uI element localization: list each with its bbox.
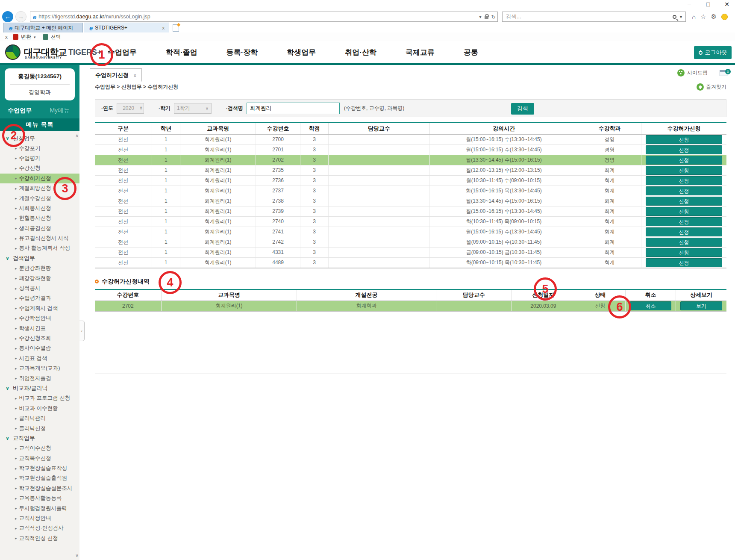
cancel-button[interactable]: 취소: [630, 301, 671, 310]
sidebar-tab-mymenu[interactable]: My메뉴: [40, 107, 80, 115]
sidebar-item-학교현장실습설문조사[interactable]: ▸학교현장실습설문조사: [0, 483, 79, 493]
search-icon[interactable]: [673, 15, 676, 19]
smiley-addon-icon[interactable]: [721, 14, 728, 20]
sidebar-item-클리닉관리[interactable]: ▸클리닉관리: [0, 413, 79, 423]
main-nav-item-학생업무[interactable]: 학생업무: [287, 47, 316, 57]
semester-select[interactable]: 1학기 ∨: [174, 103, 212, 114]
sidebar-item-교직적인성 신청[interactable]: ▸교직적인성 신청: [0, 533, 79, 543]
autocomplete-dropdown-icon[interactable]: ▾: [479, 15, 481, 19]
browser-tab-stdtigers[interactable]: e STDTIGERS+ x: [84, 23, 169, 32]
close-all-tabs-button[interactable]: x: [720, 70, 728, 76]
doc-tab-course-permission[interactable]: 수업허가신청 x: [90, 68, 142, 82]
addon-select-button[interactable]: 선택: [51, 33, 61, 41]
sidebar-item-수업계획서 검색[interactable]: ▸수업계획서 검색: [0, 304, 79, 313]
window-maximize-button[interactable]: □: [704, 1, 712, 8]
logout-button[interactable]: 로그아웃: [694, 46, 732, 59]
sidebar-item-교직복수신청[interactable]: ▸교직복수신청: [0, 454, 79, 463]
window-minimize-button[interactable]: –: [685, 1, 693, 8]
sidebar-item-봉사 활동계획서 작성[interactable]: ▸봉사 활동계획서 작성: [0, 243, 79, 253]
sidebar-item-교과목개요(교과)[interactable]: ▸교과목개요(교과): [0, 363, 79, 373]
apply-button[interactable]: 신청: [646, 207, 722, 216]
sidebar-item-폐강강좌현황[interactable]: ▸폐강강좌현황: [0, 273, 79, 283]
new-tab-button[interactable]: [173, 24, 179, 32]
sidebar-item-수업평가[interactable]: ▸수업평가: [0, 153, 79, 163]
main-nav-item-공통[interactable]: 공통: [464, 47, 478, 57]
sidebar-item-수강신청[interactable]: ▸수강신청: [0, 163, 79, 173]
apply-button[interactable]: 신청: [646, 166, 722, 175]
sidebar-item-비교과 이수현황[interactable]: ▸비교과 이수현황: [0, 404, 79, 413]
gear-icon[interactable]: ⚙: [711, 13, 717, 21]
main-nav-item-취업·산학[interactable]: 취업·산학: [345, 47, 376, 57]
scroll-down-icon[interactable]: ∨: [75, 553, 79, 558]
apply-button[interactable]: 신청: [646, 145, 722, 154]
sidebar-item-취업전자출결[interactable]: ▸취업전자출결: [0, 373, 79, 383]
browser-tab-main-page[interactable]: e 대구대학교 + 메인 페이지: [3, 23, 83, 32]
sidebar-item-유고결석신청서 서식[interactable]: ▸유고결석신청서 서식: [0, 233, 79, 243]
sidebar-tab-work[interactable]: 수업업무: [0, 107, 40, 115]
apply-button[interactable]: 신청: [646, 156, 722, 165]
browser-search-input[interactable]: 검색... ▾: [502, 12, 686, 22]
search-dropdown-icon[interactable]: ▾: [680, 15, 682, 19]
apply-button[interactable]: 신청: [646, 135, 722, 144]
home-icon[interactable]: ⌂: [692, 13, 696, 21]
apply-button[interactable]: 신청: [646, 248, 722, 257]
spin-down-icon[interactable]: ▼: [140, 108, 142, 110]
cell-type: 전선: [95, 165, 152, 175]
view-button[interactable]: 보기: [680, 301, 722, 310]
tab-close-icon[interactable]: x: [162, 25, 165, 30]
sidebar-collapse-handle[interactable]: ‹: [79, 321, 85, 341]
sidebar-group-검색업무[interactable]: ∨검색업무: [0, 253, 79, 263]
apply-button[interactable]: 신청: [646, 258, 722, 267]
apply-button[interactable]: 신청: [646, 217, 722, 226]
sidebar-item-교육봉사활동등록[interactable]: ▸교육봉사활동등록: [0, 493, 79, 503]
apply-button[interactable]: 신청: [646, 176, 722, 185]
sidebar-item-교직사정안내[interactable]: ▸교직사정안내: [0, 513, 79, 523]
address-bar[interactable]: e https://tigersstd.daegu.ac.kr/nxrun/ss…: [30, 12, 498, 22]
main-nav-item-국제교류[interactable]: 국제교류: [406, 47, 435, 57]
sidebar-item-성적공시[interactable]: ▸성적공시: [0, 283, 79, 293]
sidebar-item-교직적성·인성검사[interactable]: ▸교직적성·인성검사: [0, 523, 79, 533]
sidebar-item-분반강좌현황[interactable]: ▸분반강좌현황: [0, 263, 79, 273]
main-nav-item-학적·졸업[interactable]: 학적·졸업: [166, 47, 197, 57]
convert-dropdown-icon[interactable]: ▾: [34, 35, 36, 39]
pdf-convert-icon: [13, 34, 18, 40]
addon-convert-button[interactable]: 변환: [21, 33, 31, 41]
sidebar-item-봉사이수열람[interactable]: ▸봉사이수열람: [0, 343, 79, 353]
sidebar-item-학교현장실습표작성[interactable]: ▸학교현장실습표작성: [0, 463, 79, 473]
add-favorite-link[interactable]: 즐겨찾기: [697, 83, 728, 91]
cell-type: 전선: [95, 216, 152, 227]
sidebar-item-비교과 프로그램 신청[interactable]: ▸비교과 프로그램 신청: [0, 393, 79, 403]
apply-button[interactable]: 신청: [646, 197, 722, 206]
sidebar-item-교직이수신청[interactable]: ▸교직이수신청: [0, 443, 79, 453]
addon-close-button[interactable]: x: [5, 34, 8, 40]
favorites-star-icon[interactable]: ☆: [700, 13, 706, 21]
doc-tab-close-icon[interactable]: x: [134, 73, 136, 78]
keyword-input[interactable]: [247, 103, 340, 114]
sidebar-item-헌혈봉사신청[interactable]: ▸헌혈봉사신청: [0, 213, 79, 223]
sidebar-item-무시험검정원서출력[interactable]: ▸무시험검정원서출력: [0, 503, 79, 513]
search-button[interactable]: 검색: [511, 103, 534, 115]
apply-button[interactable]: 신청: [646, 227, 722, 236]
sidebar-item-시간표 검색[interactable]: ▸시간표 검색: [0, 354, 79, 363]
sidebar-item-학생시간표[interactable]: ▸학생시간표: [0, 323, 79, 333]
main-nav-item-등록·장학[interactable]: 등록·장학: [226, 47, 258, 57]
sidebar-group-비교과/클리닉[interactable]: ∨비교과/클리닉: [0, 383, 79, 393]
sidebar-item-클리닉신청[interactable]: ▸클리닉신청: [0, 423, 79, 433]
sidebar-item-사회봉사신청[interactable]: ▸사회봉사신청: [0, 203, 79, 213]
sidebar-item-수강신청조회[interactable]: ▸수강신청조회: [0, 333, 79, 343]
apply-button[interactable]: 신청: [646, 186, 722, 195]
sidebar-item-수업평가결과[interactable]: ▸수업평가결과: [0, 293, 79, 303]
sidebar-item-수강학점안내[interactable]: ▸수강학점안내: [0, 313, 79, 323]
forward-button[interactable]: →: [15, 11, 26, 22]
sidebar-item-생리공결신청[interactable]: ▸생리공결신청: [0, 224, 79, 233]
scroll-up-icon[interactable]: ∧: [75, 133, 79, 139]
year-spinner[interactable]: 2020 ▲▼: [117, 103, 144, 114]
sitemap-link[interactable]: 사이트맵: [677, 69, 708, 77]
refresh-icon[interactable]: ↻: [491, 14, 496, 20]
window-close-button[interactable]: ✕: [723, 1, 731, 8]
sidebar-group-교직업무[interactable]: ∨교직업무: [0, 433, 79, 443]
back-button[interactable]: ←: [2, 11, 13, 22]
apply-button[interactable]: 신청: [646, 238, 722, 247]
cell-type: 전선: [95, 175, 152, 186]
sidebar-item-학교현장실습출석원[interactable]: ▸학교현장실습출석원: [0, 473, 79, 483]
